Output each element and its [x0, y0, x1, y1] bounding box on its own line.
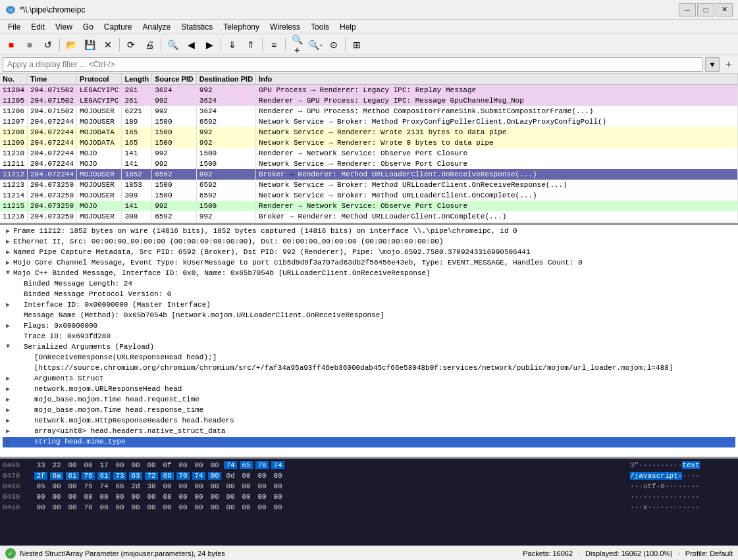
hex-byte[interactable]: 00 [240, 472, 253, 480]
hex-byte[interactable]: 00 [145, 503, 158, 511]
hex-byte[interactable]: 75 [82, 482, 95, 490]
hex-byte[interactable]: 00 [240, 482, 253, 490]
zoom-reset-button[interactable]: ⊙ [325, 37, 342, 53]
hex-byte[interactable]: 78 [255, 461, 269, 469]
hex-byte[interactable]: 74 [192, 472, 205, 480]
maximize-button[interactable]: □ [697, 3, 714, 16]
hex-byte[interactable]: 00 [113, 461, 126, 469]
start-capture-button[interactable]: ■ [3, 37, 20, 53]
detail-row[interactable]: Binded Message Length: 24 [3, 279, 735, 290]
jump-button[interactable]: ⇓ [224, 37, 241, 53]
hex-byte[interactable]: 00 [240, 503, 253, 511]
detail-pane-inner[interactable]: ▶Frame 11212: 1852 bytes on wire (14816 … [0, 225, 738, 457]
hex-byte[interactable]: 17 [97, 461, 111, 469]
menu-item-statistics[interactable]: Statistics [176, 21, 218, 33]
zoom-out-button[interactable]: 🔍- [307, 37, 324, 53]
hex-byte[interactable]: 00 [50, 493, 63, 501]
hex-byte[interactable]: 2f [34, 472, 47, 480]
hex-byte[interactable]: 6a [50, 472, 63, 480]
detail-row[interactable]: ▶mojo_base.mojom.Time head.request_time [3, 395, 735, 405]
expand-button[interactable]: ⇑ [242, 37, 259, 53]
minimize-button[interactable]: ─ [679, 3, 696, 16]
menu-item-analyze[interactable]: Analyze [138, 21, 176, 33]
hex-byte[interactable]: 00 [161, 482, 174, 490]
menu-item-tools[interactable]: Tools [305, 21, 334, 33]
hex-byte[interactable]: 00 [176, 503, 190, 511]
hex-byte[interactable]: 00 [208, 503, 221, 511]
close-button[interactable]: ✕ [716, 3, 733, 16]
hex-byte[interactable]: 00 [255, 482, 269, 490]
hex-byte[interactable]: 00 [176, 482, 190, 490]
hex-byte[interactable]: 72 [145, 472, 158, 480]
detail-row[interactable]: ▶network.mojom.HttpResponseHeaders head.… [3, 416, 735, 426]
detail-expand-icon[interactable]: ▶ [3, 322, 13, 330]
filter-add-button[interactable]: + [722, 57, 735, 72]
table-row[interactable]: 11211204.072244MOJO1419921500Network Ser… [0, 159, 738, 169]
hex-pane-inner[interactable]: 046033220000170000000f000000746578743"··… [0, 459, 738, 546]
table-row[interactable]: 11212204.072244MOJOUSER18526592992Broker… [0, 169, 738, 180]
hex-byte[interactable]: 00 [271, 472, 284, 480]
hex-row[interactable]: 046033220000170000000f000000746578743"··… [3, 460, 735, 471]
hex-byte[interactable]: 00 [113, 503, 126, 511]
hex-byte[interactable]: 00 [224, 503, 237, 511]
hex-byte[interactable]: 78 [82, 503, 95, 511]
hex-byte[interactable]: 00 [176, 461, 190, 469]
hex-byte[interactable]: 00 [129, 503, 142, 511]
save-button[interactable]: 💾 [81, 37, 98, 53]
hex-byte[interactable]: 66 [113, 482, 126, 490]
hex-byte[interactable]: 73 [113, 472, 126, 480]
menu-item-file[interactable]: File [3, 21, 26, 33]
detail-expand-icon[interactable]: ▶ [3, 385, 13, 393]
hex-byte[interactable]: 61 [97, 472, 111, 480]
hex-byte[interactable]: 74 [224, 461, 237, 469]
hex-byte[interactable]: 08 [82, 493, 95, 501]
hex-byte[interactable]: 08 [161, 493, 174, 501]
detail-row[interactable]: ▶Named Pipe Capture Metadata, Src PID: 6… [3, 247, 735, 258]
col-info[interactable]: Info [256, 74, 738, 85]
hex-byte[interactable]: 00 [66, 461, 79, 469]
filter-input[interactable] [3, 57, 702, 72]
detail-expand-icon[interactable]: ▶ [3, 427, 13, 435]
hex-byte[interactable]: 61 [66, 472, 79, 480]
hex-byte[interactable]: 00 [97, 493, 111, 501]
detail-expand-icon[interactable]: ▶ [3, 406, 13, 414]
table-row[interactable]: 11208204.072244MOJODATA1651500992Network… [0, 127, 738, 138]
detail-expand-icon[interactable]: ▼ [3, 343, 13, 350]
hex-row[interactable]: 04702f6a617661736372697074000d000000/jav… [3, 471, 735, 481]
hex-row[interactable]: 04800500007574662d380000000000000000···u… [3, 481, 735, 492]
col-length[interactable]: Length [122, 74, 152, 85]
detail-expand-icon[interactable]: ▶ [3, 374, 13, 382]
hex-byte[interactable]: 00 [192, 503, 205, 511]
hex-byte[interactable]: 00 [66, 493, 79, 501]
hex-byte[interactable]: 00 [34, 493, 47, 501]
hex-byte[interactable]: 00 [50, 503, 63, 511]
menu-item-go[interactable]: Go [78, 21, 99, 33]
hex-byte[interactable]: 00 [240, 493, 253, 501]
hex-byte[interactable]: 00 [208, 493, 221, 501]
detail-row[interactable]: ▶Mojo Core Channel Message, Event Type: … [3, 258, 735, 268]
detail-row[interactable]: ▼Mojo C++ Binded Message, Interface ID: … [3, 268, 735, 279]
menu-item-capture[interactable]: Capture [99, 21, 138, 33]
hex-byte[interactable]: 00 [208, 461, 221, 469]
table-row[interactable]: 11216204.073250MOJOUSER3086592992Broker … [0, 211, 738, 222]
col-protocol[interactable]: Protocol [77, 74, 122, 85]
hex-byte[interactable]: 22 [50, 461, 63, 469]
hex-byte[interactable]: 33 [34, 461, 47, 469]
hex-byte[interactable]: 00 [129, 461, 142, 469]
table-row[interactable]: 11209204.072244MOJODATA1651500992Network… [0, 138, 738, 148]
table-row[interactable]: 11205204.071502LEGACYIPC2619923624Render… [0, 95, 738, 106]
zoom-in-button[interactable]: 🔍+ [288, 37, 305, 53]
reload-button[interactable]: ⟳ [122, 37, 140, 53]
detail-row[interactable]: ▶mojo_base.mojom.Time head.response_time [3, 405, 735, 416]
table-row[interactable]: 11210204.072244MOJO1419921500Renderer → … [0, 148, 738, 159]
detail-expand-icon[interactable]: ▶ [3, 248, 13, 256]
hex-byte[interactable]: 70 [176, 472, 190, 480]
hex-byte[interactable]: 00 [192, 493, 205, 501]
hex-byte[interactable]: 00 [192, 482, 205, 490]
detail-expand-icon[interactable]: ▶ [3, 438, 13, 445]
stop-capture-button[interactable]: ■ [21, 37, 38, 53]
hex-byte[interactable]: 00 [192, 461, 205, 469]
detail-row[interactable]: ▼Serialized Arguments (Payload) [3, 342, 735, 353]
hex-byte[interactable]: 00 [176, 493, 190, 501]
hex-byte[interactable]: 05 [34, 482, 47, 490]
